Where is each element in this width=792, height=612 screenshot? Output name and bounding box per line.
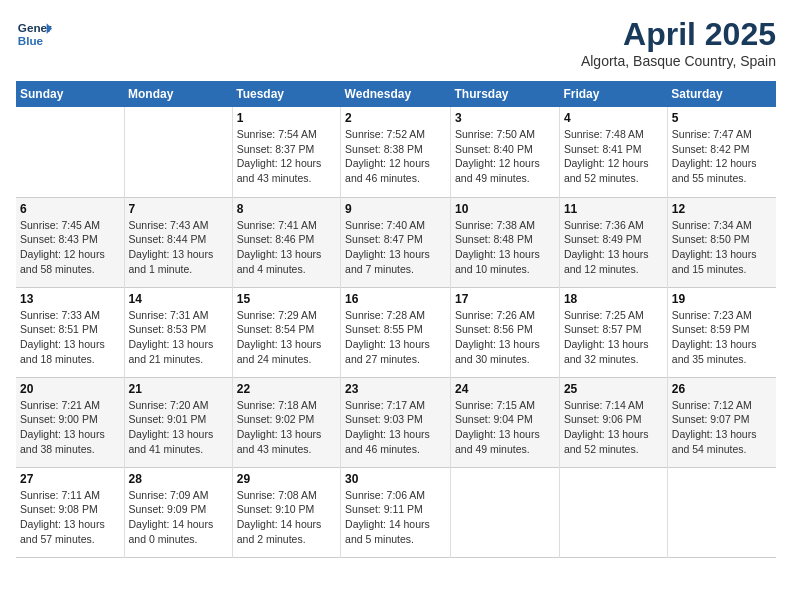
day-number: 24 bbox=[455, 382, 555, 396]
day-number: 15 bbox=[237, 292, 336, 306]
day-cell-15: 14Sunrise: 7:31 AMSunset: 8:53 PMDayligh… bbox=[124, 287, 232, 377]
day-number: 3 bbox=[455, 111, 555, 125]
day-cell-21: 20Sunrise: 7:21 AMSunset: 9:00 PMDayligh… bbox=[16, 377, 124, 467]
day-info: Sunrise: 7:14 AMSunset: 9:06 PMDaylight:… bbox=[564, 398, 663, 457]
day-number: 23 bbox=[345, 382, 446, 396]
day-number: 6 bbox=[20, 202, 120, 216]
day-number: 28 bbox=[129, 472, 228, 486]
day-number: 21 bbox=[129, 382, 228, 396]
header-wednesday: Wednesday bbox=[341, 81, 451, 107]
day-cell-24: 23Sunrise: 7:17 AMSunset: 9:03 PMDayligh… bbox=[341, 377, 451, 467]
day-info: Sunrise: 7:08 AMSunset: 9:10 PMDaylight:… bbox=[237, 488, 336, 547]
day-info: Sunrise: 7:45 AMSunset: 8:43 PMDaylight:… bbox=[20, 218, 120, 277]
day-info: Sunrise: 7:29 AMSunset: 8:54 PMDaylight:… bbox=[237, 308, 336, 367]
day-cell-18: 17Sunrise: 7:26 AMSunset: 8:56 PMDayligh… bbox=[451, 287, 560, 377]
day-number: 19 bbox=[672, 292, 772, 306]
day-cell-9: 8Sunrise: 7:41 AMSunset: 8:46 PMDaylight… bbox=[232, 197, 340, 287]
day-info: Sunrise: 7:26 AMSunset: 8:56 PMDaylight:… bbox=[455, 308, 555, 367]
header-tuesday: Tuesday bbox=[232, 81, 340, 107]
week-row-3: 13Sunrise: 7:33 AMSunset: 8:51 PMDayligh… bbox=[16, 287, 776, 377]
day-cell-20: 19Sunrise: 7:23 AMSunset: 8:59 PMDayligh… bbox=[667, 287, 776, 377]
week-row-4: 20Sunrise: 7:21 AMSunset: 9:00 PMDayligh… bbox=[16, 377, 776, 467]
day-number: 2 bbox=[345, 111, 446, 125]
day-cell-19: 18Sunrise: 7:25 AMSunset: 8:57 PMDayligh… bbox=[559, 287, 667, 377]
day-cell-1 bbox=[124, 107, 232, 197]
day-number: 4 bbox=[564, 111, 663, 125]
day-cell-25: 24Sunrise: 7:15 AMSunset: 9:04 PMDayligh… bbox=[451, 377, 560, 467]
calendar-header-row: Sunday Monday Tuesday Wednesday Thursday… bbox=[16, 81, 776, 107]
day-cell-10: 9Sunrise: 7:40 AMSunset: 8:47 PMDaylight… bbox=[341, 197, 451, 287]
day-info: Sunrise: 7:09 AMSunset: 9:09 PMDaylight:… bbox=[129, 488, 228, 547]
day-info: Sunrise: 7:21 AMSunset: 9:00 PMDaylight:… bbox=[20, 398, 120, 457]
day-cell-29: 28Sunrise: 7:09 AMSunset: 9:09 PMDayligh… bbox=[124, 467, 232, 557]
day-cell-0 bbox=[16, 107, 124, 197]
day-number: 17 bbox=[455, 292, 555, 306]
day-number: 18 bbox=[564, 292, 663, 306]
day-number: 16 bbox=[345, 292, 446, 306]
day-cell-6: 5Sunrise: 7:47 AMSunset: 8:42 PMDaylight… bbox=[667, 107, 776, 197]
day-cell-34 bbox=[667, 467, 776, 557]
calendar-table: Sunday Monday Tuesday Wednesday Thursday… bbox=[16, 81, 776, 558]
day-number: 14 bbox=[129, 292, 228, 306]
day-info: Sunrise: 7:38 AMSunset: 8:48 PMDaylight:… bbox=[455, 218, 555, 277]
day-info: Sunrise: 7:28 AMSunset: 8:55 PMDaylight:… bbox=[345, 308, 446, 367]
day-info: Sunrise: 7:41 AMSunset: 8:46 PMDaylight:… bbox=[237, 218, 336, 277]
day-info: Sunrise: 7:31 AMSunset: 8:53 PMDaylight:… bbox=[129, 308, 228, 367]
week-row-5: 27Sunrise: 7:11 AMSunset: 9:08 PMDayligh… bbox=[16, 467, 776, 557]
day-info: Sunrise: 7:34 AMSunset: 8:50 PMDaylight:… bbox=[672, 218, 772, 277]
day-cell-31: 30Sunrise: 7:06 AMSunset: 9:11 PMDayligh… bbox=[341, 467, 451, 557]
day-cell-7: 6Sunrise: 7:45 AMSunset: 8:43 PMDaylight… bbox=[16, 197, 124, 287]
header-friday: Friday bbox=[559, 81, 667, 107]
day-cell-11: 10Sunrise: 7:38 AMSunset: 8:48 PMDayligh… bbox=[451, 197, 560, 287]
day-cell-27: 26Sunrise: 7:12 AMSunset: 9:07 PMDayligh… bbox=[667, 377, 776, 467]
day-info: Sunrise: 7:48 AMSunset: 8:41 PMDaylight:… bbox=[564, 127, 663, 186]
day-cell-26: 25Sunrise: 7:14 AMSunset: 9:06 PMDayligh… bbox=[559, 377, 667, 467]
day-number: 25 bbox=[564, 382, 663, 396]
day-number: 29 bbox=[237, 472, 336, 486]
day-info: Sunrise: 7:23 AMSunset: 8:59 PMDaylight:… bbox=[672, 308, 772, 367]
logo-icon: General Blue bbox=[16, 16, 52, 52]
day-number: 27 bbox=[20, 472, 120, 486]
day-info: Sunrise: 7:33 AMSunset: 8:51 PMDaylight:… bbox=[20, 308, 120, 367]
page-header: General Blue April 2025 Algorta, Basque … bbox=[16, 16, 776, 69]
week-row-2: 6Sunrise: 7:45 AMSunset: 8:43 PMDaylight… bbox=[16, 197, 776, 287]
day-number: 20 bbox=[20, 382, 120, 396]
day-cell-32 bbox=[451, 467, 560, 557]
day-cell-2: 1Sunrise: 7:54 AMSunset: 8:37 PMDaylight… bbox=[232, 107, 340, 197]
title-area: April 2025 Algorta, Basque Country, Spai… bbox=[581, 16, 776, 69]
day-cell-8: 7Sunrise: 7:43 AMSunset: 8:44 PMDaylight… bbox=[124, 197, 232, 287]
header-saturday: Saturday bbox=[667, 81, 776, 107]
day-cell-13: 12Sunrise: 7:34 AMSunset: 8:50 PMDayligh… bbox=[667, 197, 776, 287]
header-monday: Monday bbox=[124, 81, 232, 107]
day-cell-28: 27Sunrise: 7:11 AMSunset: 9:08 PMDayligh… bbox=[16, 467, 124, 557]
day-number: 9 bbox=[345, 202, 446, 216]
header-thursday: Thursday bbox=[451, 81, 560, 107]
day-number: 13 bbox=[20, 292, 120, 306]
day-info: Sunrise: 7:18 AMSunset: 9:02 PMDaylight:… bbox=[237, 398, 336, 457]
day-cell-16: 15Sunrise: 7:29 AMSunset: 8:54 PMDayligh… bbox=[232, 287, 340, 377]
day-info: Sunrise: 7:12 AMSunset: 9:07 PMDaylight:… bbox=[672, 398, 772, 457]
day-cell-22: 21Sunrise: 7:20 AMSunset: 9:01 PMDayligh… bbox=[124, 377, 232, 467]
day-cell-4: 3Sunrise: 7:50 AMSunset: 8:40 PMDaylight… bbox=[451, 107, 560, 197]
day-cell-30: 29Sunrise: 7:08 AMSunset: 9:10 PMDayligh… bbox=[232, 467, 340, 557]
day-number: 26 bbox=[672, 382, 772, 396]
week-row-1: 1Sunrise: 7:54 AMSunset: 8:37 PMDaylight… bbox=[16, 107, 776, 197]
day-info: Sunrise: 7:43 AMSunset: 8:44 PMDaylight:… bbox=[129, 218, 228, 277]
day-info: Sunrise: 7:20 AMSunset: 9:01 PMDaylight:… bbox=[129, 398, 228, 457]
day-info: Sunrise: 7:50 AMSunset: 8:40 PMDaylight:… bbox=[455, 127, 555, 186]
day-number: 1 bbox=[237, 111, 336, 125]
day-info: Sunrise: 7:06 AMSunset: 9:11 PMDaylight:… bbox=[345, 488, 446, 547]
day-info: Sunrise: 7:11 AMSunset: 9:08 PMDaylight:… bbox=[20, 488, 120, 547]
day-cell-3: 2Sunrise: 7:52 AMSunset: 8:38 PMDaylight… bbox=[341, 107, 451, 197]
day-number: 10 bbox=[455, 202, 555, 216]
day-info: Sunrise: 7:52 AMSunset: 8:38 PMDaylight:… bbox=[345, 127, 446, 186]
day-cell-5: 4Sunrise: 7:48 AMSunset: 8:41 PMDaylight… bbox=[559, 107, 667, 197]
day-cell-12: 11Sunrise: 7:36 AMSunset: 8:49 PMDayligh… bbox=[559, 197, 667, 287]
day-info: Sunrise: 7:25 AMSunset: 8:57 PMDaylight:… bbox=[564, 308, 663, 367]
day-info: Sunrise: 7:36 AMSunset: 8:49 PMDaylight:… bbox=[564, 218, 663, 277]
day-number: 5 bbox=[672, 111, 772, 125]
day-number: 7 bbox=[129, 202, 228, 216]
day-cell-23: 22Sunrise: 7:18 AMSunset: 9:02 PMDayligh… bbox=[232, 377, 340, 467]
day-number: 22 bbox=[237, 382, 336, 396]
logo: General Blue bbox=[16, 16, 52, 52]
